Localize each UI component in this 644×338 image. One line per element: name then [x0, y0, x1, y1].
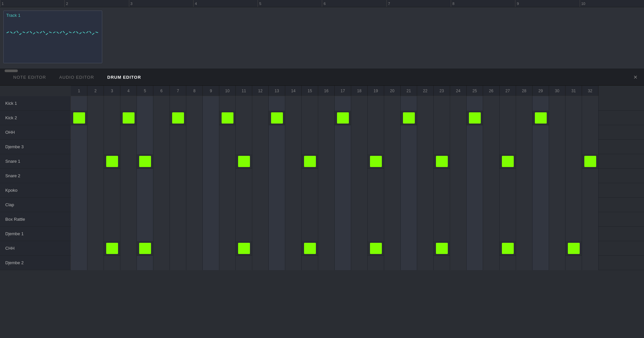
- drum-cell-r7-c11[interactable]: [236, 198, 252, 212]
- drum-cell-r2-c21[interactable]: [401, 125, 417, 140]
- drum-cell-r10-c18[interactable]: [351, 241, 368, 256]
- drum-cell-r4-c4[interactable]: [120, 154, 137, 169]
- drum-cell-r9-c24[interactable]: [450, 227, 467, 241]
- drum-cell-r2-c19[interactable]: [368, 125, 384, 140]
- scrollbar-thumb[interactable]: [5, 70, 18, 72]
- drum-cell-r5-c10[interactable]: [219, 169, 236, 183]
- drum-cell-r6-c12[interactable]: [252, 183, 269, 198]
- drum-cell-r1-c13[interactable]: [269, 111, 285, 125]
- drum-cell-r9-c25[interactable]: [467, 227, 483, 241]
- drum-cell-r11-c28[interactable]: [516, 256, 533, 270]
- drum-cell-r0-c4[interactable]: [120, 96, 137, 111]
- drum-cell-r2-c31[interactable]: [566, 125, 582, 140]
- drum-cell-r2-c10[interactable]: [219, 125, 236, 140]
- drum-cell-r11-c1[interactable]: [71, 256, 87, 270]
- drum-cell-r0-c15[interactable]: [302, 96, 318, 111]
- drum-cell-r10-c7[interactable]: [170, 241, 186, 256]
- drum-cell-r0-c23[interactable]: [434, 96, 450, 111]
- drum-cell-r10-c13[interactable]: [269, 241, 285, 256]
- drum-cell-r9-c6[interactable]: [153, 227, 170, 241]
- drum-cell-r3-c21[interactable]: [401, 140, 417, 154]
- drum-cell-r6-c18[interactable]: [351, 183, 368, 198]
- drum-cell-r4-c7[interactable]: [170, 154, 186, 169]
- drum-cell-r0-c30[interactable]: [549, 96, 566, 111]
- drum-cell-r3-c8[interactable]: [186, 140, 203, 154]
- drum-cell-r10-c12[interactable]: [252, 241, 269, 256]
- drum-cell-r7-c16[interactable]: [318, 198, 335, 212]
- drum-cell-r9-c14[interactable]: [285, 227, 302, 241]
- drum-cell-r4-c27[interactable]: [500, 154, 516, 169]
- drum-cell-r1-c11[interactable]: [236, 111, 252, 125]
- drum-cell-r2-c30[interactable]: [549, 125, 566, 140]
- drum-cell-r7-c9[interactable]: [203, 198, 219, 212]
- drum-cell-r4-c21[interactable]: [401, 154, 417, 169]
- drum-cell-r7-c6[interactable]: [153, 198, 170, 212]
- drum-cell-r10-c4[interactable]: [120, 241, 137, 256]
- drum-cell-r0-c3[interactable]: [104, 96, 120, 111]
- drum-cell-r6-c21[interactable]: [401, 183, 417, 198]
- drum-cell-r1-c31[interactable]: [566, 111, 582, 125]
- drum-cell-r1-c17[interactable]: [335, 111, 351, 125]
- drum-cell-r8-c8[interactable]: [186, 212, 203, 227]
- drum-cell-r11-c9[interactable]: [203, 256, 219, 270]
- drum-cell-r8-c29[interactable]: [533, 212, 549, 227]
- drum-cell-r4-c22[interactable]: [417, 154, 434, 169]
- drum-cell-r11-c11[interactable]: [236, 256, 252, 270]
- drum-cell-r11-c23[interactable]: [434, 256, 450, 270]
- drum-cell-r4-c20[interactable]: [384, 154, 401, 169]
- drum-cell-r7-c26[interactable]: [483, 198, 500, 212]
- drum-cell-r0-c25[interactable]: [467, 96, 483, 111]
- drum-cell-r3-c27[interactable]: [500, 140, 516, 154]
- drum-cell-r10-c32[interactable]: [582, 241, 598, 256]
- drum-cell-r4-c10[interactable]: [219, 154, 236, 169]
- drum-cell-r1-c18[interactable]: [351, 111, 368, 125]
- drum-cell-r6-c8[interactable]: [186, 183, 203, 198]
- drum-cell-r9-c26[interactable]: [483, 227, 500, 241]
- drum-cell-r11-c3[interactable]: [104, 256, 120, 270]
- drum-cell-r7-c30[interactable]: [549, 198, 566, 212]
- drum-cell-r1-c16[interactable]: [318, 111, 335, 125]
- drum-cell-r0-c27[interactable]: [500, 96, 516, 111]
- drum-cell-r5-c1[interactable]: [71, 169, 87, 183]
- drum-cell-r2-c18[interactable]: [351, 125, 368, 140]
- drum-cell-r3-c13[interactable]: [269, 140, 285, 154]
- drum-cell-r11-c19[interactable]: [368, 256, 384, 270]
- drum-cell-r3-c2[interactable]: [87, 140, 104, 154]
- drum-cell-r9-c9[interactable]: [203, 227, 219, 241]
- drum-cell-r10-c23[interactable]: [434, 241, 450, 256]
- drum-cell-r7-c17[interactable]: [335, 198, 351, 212]
- drum-cell-r11-c26[interactable]: [483, 256, 500, 270]
- drum-cell-r0-c18[interactable]: [351, 96, 368, 111]
- drum-cell-r6-c23[interactable]: [434, 183, 450, 198]
- drum-cell-r11-c16[interactable]: [318, 256, 335, 270]
- drum-cell-r5-c12[interactable]: [252, 169, 269, 183]
- drum-cell-r9-c3[interactable]: [104, 227, 120, 241]
- drum-cell-r3-c26[interactable]: [483, 140, 500, 154]
- drum-cell-r7-c25[interactable]: [467, 198, 483, 212]
- drum-cell-r11-c13[interactable]: [269, 256, 285, 270]
- drum-cell-r0-c5[interactable]: [137, 96, 153, 111]
- drum-cell-r1-c21[interactable]: [401, 111, 417, 125]
- drum-cell-r1-c20[interactable]: [384, 111, 401, 125]
- drum-cell-r6-c16[interactable]: [318, 183, 335, 198]
- drum-cell-r2-c24[interactable]: [450, 125, 467, 140]
- drum-cell-r6-c25[interactable]: [467, 183, 483, 198]
- drum-cell-r0-c21[interactable]: [401, 96, 417, 111]
- drum-cell-r1-c4[interactable]: [120, 111, 137, 125]
- drum-cell-r0-c29[interactable]: [533, 96, 549, 111]
- drum-cell-r1-c22[interactable]: [417, 111, 434, 125]
- drum-cell-r8-c22[interactable]: [417, 212, 434, 227]
- drum-cell-r2-c27[interactable]: [500, 125, 516, 140]
- drum-cell-r11-c18[interactable]: [351, 256, 368, 270]
- drum-cell-r4-c9[interactable]: [203, 154, 219, 169]
- drum-cell-r8-c25[interactable]: [467, 212, 483, 227]
- drum-cell-r4-c26[interactable]: [483, 154, 500, 169]
- drum-cell-r1-c3[interactable]: [104, 111, 120, 125]
- drum-cell-r11-c17[interactable]: [335, 256, 351, 270]
- track-block[interactable]: Track 1: [3, 11, 102, 63]
- drum-cell-r9-c12[interactable]: [252, 227, 269, 241]
- drum-cell-r4-c31[interactable]: [566, 154, 582, 169]
- drum-cell-r11-c14[interactable]: [285, 256, 302, 270]
- drum-cell-r5-c23[interactable]: [434, 169, 450, 183]
- drum-cell-r1-c29[interactable]: [533, 111, 549, 125]
